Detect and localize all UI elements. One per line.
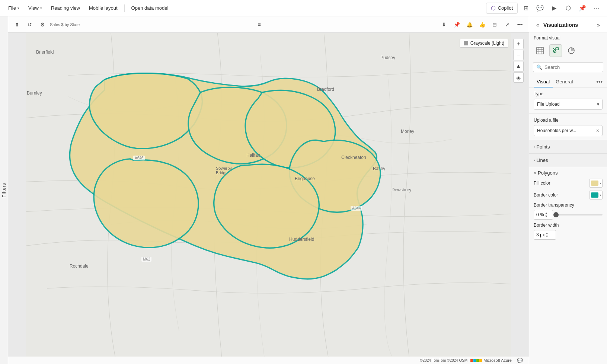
azure-sq-yellow — [479, 359, 482, 362]
format-visual-label: Format visual — [529, 32, 607, 43]
map-title-label: Sales $ by State — [50, 22, 80, 27]
comment-button[interactable]: 💬 — [534, 2, 546, 14]
grayscale-badge[interactable]: Grayscale (Light) — [460, 39, 508, 48]
search-input[interactable] — [544, 64, 607, 70]
menu-mobile-layout[interactable]: Mobile layout — [85, 3, 121, 13]
map-more-btn[interactable]: ••• — [515, 19, 525, 30]
fill-color-btn[interactable]: ▾ — [589, 179, 603, 188]
map-svg[interactable] — [8, 33, 529, 357]
fill-color-swatch — [591, 181, 598, 186]
map-footer: ©2024 TomTom ©2024 OSM Microsoft Azure 💬 — [8, 357, 529, 364]
border-width-value-box[interactable]: 3 px ▲ ▼ — [534, 230, 556, 240]
menu-reading-view[interactable]: Reading view — [47, 3, 84, 13]
upload-section: Upload a file Households per w... × — [529, 114, 607, 140]
compass-btn[interactable]: ▲ — [513, 61, 524, 71]
zoom-in-btn[interactable]: + — [513, 39, 524, 49]
tab-general[interactable]: General — [553, 77, 576, 87]
fill-color-label: Fill color — [534, 181, 589, 186]
copilot-icon: ⬡ — [491, 5, 496, 12]
menu-separator-1 — [124, 4, 125, 12]
spinner-up-icon[interactable]: ▲ — [545, 211, 548, 215]
more-options-button[interactable]: ⋯ — [591, 2, 603, 14]
format-brush-icon — [552, 47, 559, 54]
border-width-spinner[interactable]: ▲ ▼ — [546, 232, 549, 238]
map-toolbar-left: ⬆ ↺ ⚙ Sales $ by State — [12, 19, 80, 30]
transparency-value-box[interactable]: 0 % ▲ ▼ — [534, 210, 553, 220]
type-select[interactable]: File Upload ▾ — [534, 99, 603, 110]
transparency-slider-track[interactable] — [556, 214, 603, 215]
map-filter-btn[interactable]: ⊟ — [489, 19, 500, 30]
transparency-value: 0 % — [536, 212, 544, 217]
menu-bar: File ▾ View ▾ Reading view Mobile layout… — [0, 0, 607, 16]
map-download-btn[interactable]: ⬇ — [439, 19, 449, 30]
map-toolbar: ⬆ ↺ ⚙ Sales $ by State ≡ ⬇ 📌 🔔 👍 ⊟ ⤢ ••• — [8, 16, 529, 33]
binoculars-button[interactable]: ⊞ — [520, 2, 532, 14]
bw-spinner-down-icon[interactable]: ▼ — [546, 235, 549, 238]
svg-rect-6 — [556, 48, 559, 50]
format-analytics-icon-btn[interactable] — [565, 44, 578, 57]
format-table-icon — [536, 47, 544, 54]
format-table-icon-btn[interactable] — [534, 44, 546, 57]
tab-visual[interactable]: Visual — [534, 77, 553, 87]
format-icon-row — [529, 43, 607, 60]
spinner-down-icon[interactable]: ▼ — [545, 215, 548, 218]
fill-color-row: Fill color ▾ — [534, 179, 603, 188]
transparency-control: 0 % ▲ ▼ — [534, 210, 603, 220]
transparency-slider-thumb[interactable] — [553, 212, 559, 217]
map-background[interactable]: Brierfield Burnley Bradford Pudsey Morle… — [8, 33, 529, 357]
format-brush-icon-btn[interactable] — [549, 44, 562, 57]
polygons-chevron-icon: ∨ — [534, 171, 536, 175]
map-refresh-btn[interactable]: ↺ — [25, 19, 35, 30]
border-chevron-icon: ▾ — [600, 194, 601, 197]
menu-file[interactable]: File ▾ — [4, 3, 23, 13]
border-color-btn[interactable]: ▾ — [589, 191, 603, 199]
viz-expand-btn[interactable]: » — [594, 21, 603, 29]
search-box[interactable]: 🔍 — [533, 62, 603, 72]
border-color-label: Border color — [534, 192, 589, 198]
fill-chevron-icon: ▾ — [600, 182, 601, 185]
map-bell-btn[interactable]: 🔔 — [464, 19, 475, 30]
map-like-btn[interactable]: 👍 — [477, 19, 487, 30]
azure-logo: Microsoft Azure — [470, 358, 512, 363]
map-footer-chat-btn[interactable]: 💬 — [515, 355, 525, 364]
lines-accordion[interactable]: › Lines — [529, 154, 607, 167]
pin-button[interactable]: 📌 — [576, 2, 588, 14]
points-label: Points — [536, 144, 550, 150]
azure-sq-blue — [473, 359, 476, 362]
map-bookmark-btn[interactable]: 📌 — [451, 19, 462, 30]
grayscale-dot — [464, 41, 468, 45]
type-value: File Upload — [537, 102, 560, 107]
menu-open-data-model[interactable]: Open data model — [128, 3, 172, 13]
location-btn[interactable]: ◈ — [513, 72, 524, 83]
map-settings-btn[interactable]: ⚙ — [37, 19, 48, 30]
copilot-button[interactable]: ⬡ Copilot — [486, 3, 518, 14]
bw-spinner-up-icon[interactable]: ▲ — [546, 232, 549, 235]
viz-collapse-btn[interactable]: « — [534, 21, 542, 29]
polygons-header[interactable]: ∨ Polygons — [534, 170, 603, 176]
upload-row[interactable]: Households per w... × — [534, 125, 603, 136]
filters-label[interactable]: Filters — [1, 183, 7, 198]
type-section: Type File Upload ▾ — [529, 87, 607, 114]
menu-view[interactable]: View ▾ — [25, 3, 46, 13]
file-chevron-icon: ▾ — [17, 6, 19, 10]
border-color-row: Border color ▾ — [534, 191, 603, 199]
filters-sidebar[interactable]: Filters — [0, 16, 8, 364]
map-expand-btn[interactable]: ⤢ — [502, 19, 512, 30]
azure-logo-icon — [470, 359, 482, 362]
border-width-row: Border width 3 px ▲ ▼ — [534, 223, 603, 240]
border-width-label: Border width — [534, 223, 603, 228]
map-svg-container: Brierfield Burnley Bradford Pudsey Morle… — [8, 33, 529, 357]
format-analytics-icon — [568, 47, 575, 54]
type-label: Type — [534, 91, 603, 96]
map-center-handle[interactable]: ≡ — [254, 19, 265, 30]
tab-more-btn[interactable]: ••• — [596, 79, 603, 85]
upload-value: Households per w... — [537, 128, 576, 133]
viz-title: Visualizations — [543, 22, 594, 28]
points-accordion[interactable]: › Points — [529, 140, 607, 154]
share-button[interactable]: ⬡ — [562, 2, 574, 14]
upload-clear-btn[interactable]: × — [596, 128, 599, 134]
present-button[interactable]: ▶ — [548, 2, 560, 14]
zoom-out-btn[interactable]: − — [513, 50, 524, 60]
transparency-spinner[interactable]: ▲ ▼ — [545, 211, 548, 218]
map-up-btn[interactable]: ⬆ — [12, 19, 22, 30]
